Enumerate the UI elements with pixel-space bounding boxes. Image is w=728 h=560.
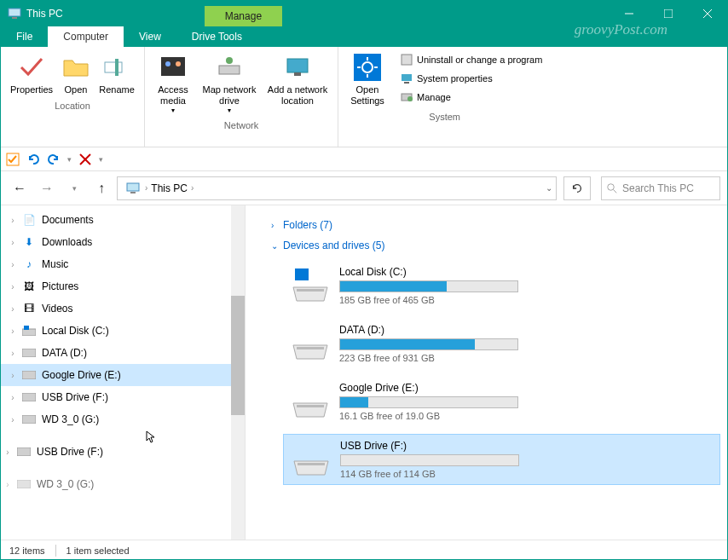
location-group-label: Location (6, 99, 139, 114)
drive-free-text: 114 GB free of 114 GB (340, 469, 519, 479)
drive-icon (291, 441, 332, 478)
chevron-right-icon: › (6, 260, 20, 269)
open-settings-button[interactable]: Open Settings (344, 50, 391, 110)
nav-item-local-c[interactable]: ›Local Disk (C:) (1, 320, 245, 342)
status-selected-count: 1 item selected (66, 546, 130, 556)
nav-item-wd-g[interactable]: ›WD 3_0 (G:) (1, 408, 245, 430)
svg-rect-13 (287, 59, 308, 72)
rename-label: Rename (99, 84, 135, 95)
recent-dropdown[interactable]: ▾ (62, 176, 86, 200)
svg-rect-45 (298, 463, 325, 465)
refresh-button[interactable] (563, 176, 591, 200)
uninstall-button[interactable]: Uninstall or change a program (396, 50, 546, 69)
checkbox-icon[interactable] (6, 153, 20, 166)
undo-icon[interactable] (26, 153, 40, 166)
nav-item-downloads[interactable]: ›⬇Downloads (1, 231, 245, 253)
status-item-count: 12 items (9, 546, 45, 556)
address-bar[interactable]: › This PC › ⌄ (117, 176, 557, 200)
drive-free-text: 16.1 GB free of 19.0 GB (339, 411, 518, 421)
search-input[interactable]: Search This PC (601, 176, 720, 200)
network-location-icon (284, 54, 311, 81)
refresh-icon (571, 182, 583, 194)
drive-name: DATA (D:) (339, 324, 518, 336)
drive-item[interactable]: DATA (D:) 223 GB free of 931 GB (283, 318, 720, 369)
add-location-button[interactable]: Add a network location (263, 50, 332, 118)
nav-item-usb-f[interactable]: ›USB Drive (F:) (1, 386, 245, 408)
manage-icon (400, 90, 413, 104)
drive-icon (21, 346, 37, 360)
up-button[interactable]: ↑ (90, 176, 113, 200)
svg-line-32 (614, 189, 617, 193)
svg-rect-30 (130, 192, 136, 193)
svg-rect-34 (24, 326, 29, 330)
usb-icon (16, 477, 32, 491)
drive-free-text: 223 GB free of 931 GB (339, 353, 518, 363)
properties-button[interactable]: Properties (6, 50, 57, 99)
redo-icon[interactable] (47, 153, 61, 166)
nav-item-pictures[interactable]: ›🖼Pictures (1, 275, 245, 297)
back-button[interactable]: ← (8, 176, 32, 200)
nav-item-wd-g-root[interactable]: ›WD 3_0 (G:) (1, 473, 245, 495)
access-media-button[interactable]: Access media▾ (150, 50, 196, 118)
chevron-right-icon: › (6, 326, 20, 336)
network-group-label: Network (150, 118, 332, 134)
svg-rect-11 (219, 66, 240, 74)
svg-point-9 (165, 61, 170, 66)
quick-access-toolbar: ▾ ▾ (1, 147, 727, 171)
documents-icon: 📄 (21, 213, 37, 227)
rename-icon (103, 54, 130, 81)
delete-x-icon[interactable] (78, 153, 92, 166)
ribbon-group-location: Properties Open Rename Location (1, 47, 145, 147)
rename-button[interactable]: Rename (95, 50, 139, 99)
forward-button[interactable]: → (35, 176, 59, 200)
search-icon (607, 183, 617, 193)
manage-tab[interactable]: Manage (205, 6, 282, 26)
address-dropdown-icon[interactable]: ⌄ (546, 183, 552, 193)
open-button[interactable]: Open (57, 50, 95, 99)
tab-drive-tools[interactable]: Drive Tools (176, 26, 257, 47)
nav-item-google-e[interactable]: ›Google Drive (E:) (1, 364, 245, 386)
chevron-right-icon: › (1, 447, 14, 457)
svg-rect-35 (22, 349, 36, 357)
svg-rect-1 (12, 17, 17, 19)
nav-item-data-d[interactable]: ›DATA (D:) (1, 342, 245, 364)
watermark: groovyPost.com (575, 21, 667, 38)
map-drive-button[interactable]: Map network drive▾ (196, 50, 263, 118)
system-properties-button[interactable]: System properties (396, 69, 546, 88)
folders-group-header[interactable]: ›Folders (7) (271, 219, 720, 231)
nav-item-usb-f-root[interactable]: ›USB Drive (F:) (1, 441, 245, 463)
tab-file[interactable]: File (1, 26, 48, 47)
drive-item[interactable]: USB Drive (F:) 114 GB free of 114 GB (283, 434, 720, 485)
drive-icon (290, 383, 331, 420)
access-media-label: Access media (152, 84, 194, 107)
main-area: ›📄Documents ›⬇Downloads ›♪Music ›🖼Pictur… (1, 205, 727, 540)
svg-rect-44 (297, 405, 324, 407)
this-pc-icon (8, 7, 21, 20)
chevron-right-icon: › (271, 221, 283, 230)
properties-label: Properties (10, 84, 53, 95)
nav-pane: ›📄Documents ›⬇Downloads ›♪Music ›🖼Pictur… (1, 205, 245, 540)
nav-item-music[interactable]: ›♪Music (1, 253, 245, 275)
drive-item[interactable]: Google Drive (E:) 16.1 GB free of 19.0 G… (283, 376, 720, 427)
nav-item-documents[interactable]: ›📄Documents (1, 209, 245, 231)
svg-point-10 (176, 61, 181, 66)
tab-view[interactable]: View (124, 26, 176, 47)
manage-button[interactable]: Manage (396, 88, 546, 107)
svg-rect-38 (22, 415, 36, 424)
chevron-right-icon: › (6, 238, 20, 247)
drive-item[interactable]: Local Disk (C:) 185 GB free of 465 GB (283, 260, 720, 311)
close-button[interactable] (688, 1, 727, 26)
nav-item-videos[interactable]: ›🎞Videos (1, 297, 245, 320)
devices-group-header[interactable]: ⌄Devices and drives (5) (271, 240, 720, 251)
chevron-right-icon: › (1, 480, 14, 489)
status-bar: 12 items 1 item selected (1, 540, 727, 560)
drive-name: Google Drive (E:) (339, 382, 518, 394)
system-group-label: System (344, 110, 546, 125)
drive-icon (290, 325, 331, 362)
usb-icon (16, 445, 32, 459)
nav-scroll-thumb[interactable] (231, 296, 245, 415)
svg-rect-36 (22, 371, 36, 379)
tab-computer[interactable]: Computer (48, 26, 124, 47)
chevron-right-icon: › (6, 216, 20, 225)
drive-usage-bar (339, 396, 518, 408)
